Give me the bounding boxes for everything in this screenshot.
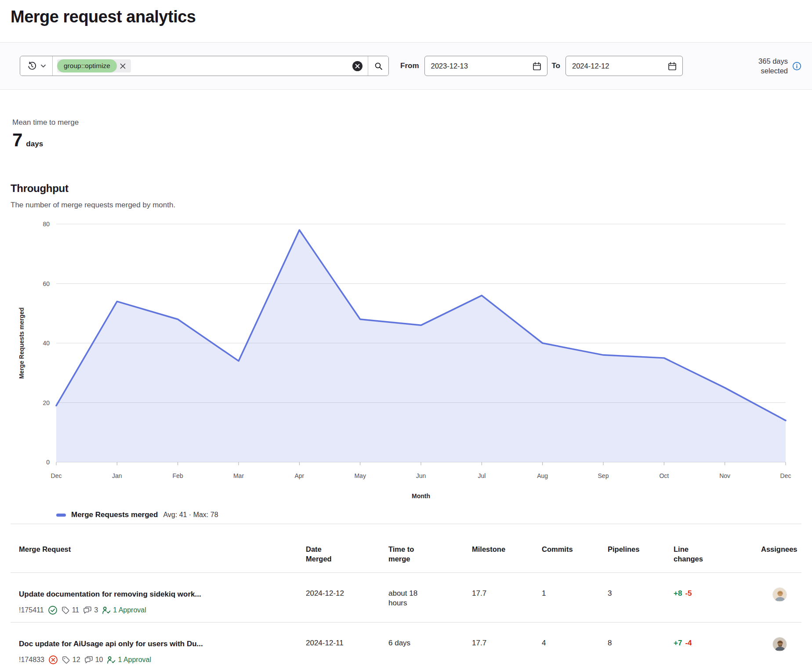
svg-text:Merge Requests merged: Merge Requests merged — [18, 308, 25, 379]
pipelines-cell: 8 — [597, 623, 663, 666]
filtered-search-box: group::optimize — [20, 56, 389, 76]
legend-series-swatch — [56, 514, 66, 517]
approvals-badge: 1 Approval — [102, 605, 146, 615]
col-header-line-changes: Line changes — [663, 524, 720, 572]
merge-request-title-link[interactable]: Doc update for AiUsage api only for user… — [19, 638, 290, 650]
line-changes-cell: +8 -5 — [663, 573, 750, 622]
assignee-avatar[interactable] — [772, 637, 787, 652]
col-header-commits: Commits — [531, 524, 597, 572]
date-merged-cell: 2024-12-11 — [295, 623, 378, 666]
svg-text:80: 80 — [43, 221, 50, 228]
svg-text:Sep: Sep — [598, 472, 609, 479]
merge-request-id[interactable]: !174833 — [19, 655, 44, 665]
lines-added: +8 — [674, 589, 682, 598]
to-date-label: To — [552, 62, 561, 70]
to-date-input[interactable] — [566, 62, 682, 70]
milestone-cell: 17.7 — [461, 623, 531, 666]
lines-removed: -5 — [685, 589, 692, 598]
mean-time-to-merge-metric: Mean time to merge 7 days — [12, 118, 801, 150]
x-circle-icon — [48, 655, 58, 665]
search-icon — [374, 62, 383, 70]
col-header-assignees: Assignees — [750, 524, 803, 572]
svg-text:0: 0 — [46, 459, 50, 466]
from-date-picker — [424, 56, 547, 76]
labels-count: 11 — [72, 605, 80, 615]
filter-bar: group::optimize — [0, 42, 812, 90]
labels-count: 12 — [72, 655, 80, 665]
metric-unit: days — [26, 140, 43, 148]
chart-legend: Merge Requests merged Avg: 41 · Max: 78 — [56, 510, 801, 520]
date-merged-cell: 2024-12-12 — [295, 573, 378, 622]
metric-label: Mean time to merge — [12, 118, 801, 127]
approval-icon — [107, 656, 116, 664]
col-header-pipelines: Pipelines — [597, 524, 663, 572]
commits-cell: 4 — [531, 623, 597, 666]
comments-icon — [83, 606, 92, 615]
col-header-time-to-merge: Time to merge — [378, 524, 435, 572]
approvals-label: 1 Approval — [118, 655, 151, 665]
milestone-cell: 17.7 — [461, 573, 531, 622]
svg-text:May: May — [354, 472, 366, 479]
from-date-label: From — [400, 62, 419, 70]
assignees-cell — [750, 573, 801, 622]
merge-request-id[interactable]: !175411 — [19, 605, 44, 615]
col-header-date-merged: Date Merged — [295, 524, 352, 572]
table-row: Update documentation for removing sideki… — [11, 573, 801, 623]
lines-added: +7 — [674, 638, 682, 648]
line-changes-cell: +7 -4 — [663, 623, 750, 666]
info-icon[interactable] — [792, 62, 801, 71]
svg-text:Aug: Aug — [537, 472, 548, 479]
svg-text:Jan: Jan — [112, 472, 122, 479]
search-history-button[interactable] — [20, 56, 53, 76]
svg-text:Dec: Dec — [51, 472, 62, 479]
filter-token: group::optimize — [57, 59, 131, 72]
merge-request-analytics-page: Merge request analytics — [0, 0, 812, 666]
check-circle-icon — [48, 605, 58, 615]
remove-token-button[interactable] — [117, 60, 129, 72]
merge-request-table: Merge Request Date Merged Time to merge … — [11, 524, 801, 666]
svg-text:Nov: Nov — [719, 472, 730, 479]
svg-text:60: 60 — [43, 280, 50, 287]
time-to-merge-cell: about 18 hours — [378, 573, 461, 622]
assignee-avatar[interactable] — [772, 587, 787, 602]
page-title: Merge request analytics — [11, 0, 801, 26]
throughput-heading: Throughput — [11, 182, 801, 195]
days-selected-text: 365 days selected — [741, 56, 788, 76]
from-date-input[interactable] — [425, 62, 547, 70]
pipelines-cell: 3 — [597, 573, 663, 622]
search-input-area[interactable]: group::optimize — [53, 56, 352, 76]
clear-search-button[interactable] — [352, 61, 362, 71]
label-icon — [62, 606, 70, 615]
svg-text:Mar: Mar — [233, 472, 244, 479]
clear-icon — [355, 64, 360, 69]
col-header-milestone: Milestone — [461, 524, 531, 572]
svg-text:Dec: Dec — [780, 472, 791, 479]
svg-text:Month: Month — [412, 492, 430, 500]
table-header-row: Merge Request Date Merged Time to merge … — [11, 524, 801, 573]
throughput-description: The number of merge requests merged by m… — [11, 200, 801, 210]
approvals-label: 1 Approval — [113, 605, 146, 615]
approvals-badge: 1 Approval — [107, 655, 151, 665]
svg-text:Oct: Oct — [659, 472, 669, 479]
svg-text:Jul: Jul — [478, 472, 486, 479]
merge-request-title-link[interactable]: Update documentation for removing sideki… — [19, 589, 290, 600]
svg-text:Jun: Jun — [416, 472, 426, 479]
assignees-cell — [750, 623, 801, 666]
table-row: Doc update for AiUsage api only for user… — [11, 623, 801, 666]
merge-request-cell: Update documentation for removing sideki… — [11, 573, 295, 622]
date-range-summary: 365 days selected — [741, 56, 801, 76]
search-submit-button[interactable] — [368, 56, 388, 76]
merge-request-cell: Doc update for AiUsage api only for user… — [11, 623, 295, 666]
time-to-merge-cell: 6 days — [378, 623, 461, 666]
svg-text:40: 40 — [43, 340, 50, 347]
comments-icon — [84, 656, 93, 664]
commits-cell: 1 — [531, 573, 597, 622]
comments-count: 3 — [94, 605, 98, 615]
throughput-area-chart: 020406080DecJanFebMarAprMayJunJulAugSepO… — [11, 214, 801, 509]
chevron-down-icon — [41, 65, 46, 68]
history-icon — [27, 61, 36, 71]
metric-value: 7 — [12, 130, 22, 150]
legend-series-label: Merge Requests merged — [71, 510, 158, 519]
close-icon — [120, 63, 126, 69]
svg-text:Apr: Apr — [294, 472, 304, 479]
